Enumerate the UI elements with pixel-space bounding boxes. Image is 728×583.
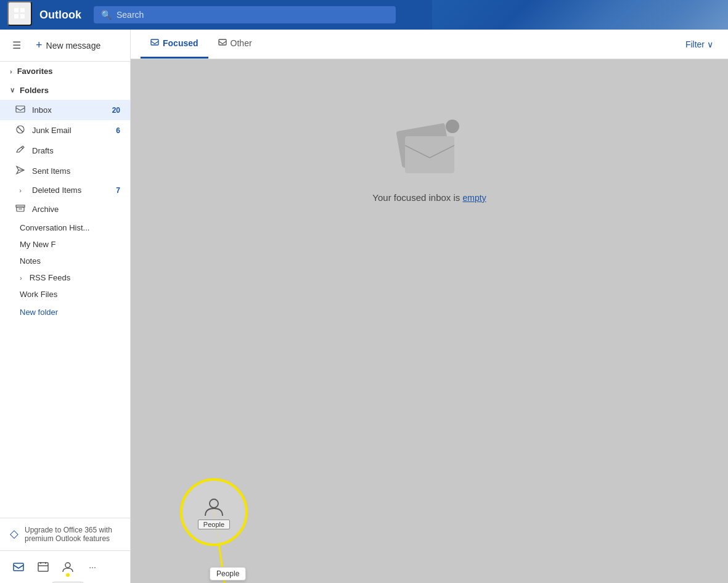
focused-tab-label: Focused	[163, 38, 198, 48]
people-large-icon	[203, 495, 225, 517]
tab-other[interactable]: Other	[208, 30, 262, 59]
topbar: Outlook 🔍	[0, 0, 728, 30]
new-message-label: New message	[46, 41, 101, 51]
svg-rect-2	[14, 14, 18, 18]
drafts-icon	[15, 145, 26, 157]
inbox-label: Inbox	[32, 105, 102, 115]
folder-sent[interactable]: Sent Items	[0, 161, 130, 181]
app-title: Outlook	[39, 9, 81, 22]
calendar-nav-button[interactable]	[32, 556, 54, 578]
tab-bar: Focused Other Filter ∨	[131, 30, 728, 59]
notes-label: Notes	[20, 256, 41, 266]
favorites-section[interactable]: › Favorites	[0, 62, 130, 81]
svg-rect-4	[16, 106, 25, 112]
hamburger-button[interactable]: ☰	[10, 37, 23, 54]
folders-chevron: ∨	[10, 86, 15, 94]
folder-rss-feeds[interactable]: › RSS Feeds	[0, 269, 130, 286]
filter-chevron-icon: ∨	[707, 39, 713, 49]
favorites-chevron: ›	[10, 68, 12, 75]
mail-envelope-front	[405, 136, 454, 173]
envelope-lines	[405, 136, 454, 173]
deleted-badge: 7	[108, 186, 120, 195]
more-icon: ···	[89, 562, 96, 572]
folder-archive[interactable]: Archive	[0, 199, 130, 219]
new-folder-link[interactable]: New folder	[0, 303, 130, 322]
folder-my-new-f[interactable]: My New F	[0, 236, 130, 253]
my-new-f-label: My New F	[20, 240, 56, 249]
inbox-icon	[15, 104, 26, 116]
folder-work-files[interactable]: Work Files	[0, 286, 130, 303]
svg-rect-1	[20, 8, 25, 12]
sent-icon	[15, 165, 26, 177]
search-input[interactable]	[117, 10, 388, 20]
archive-label: Archive	[32, 205, 120, 214]
new-message-button[interactable]: + New message	[31, 35, 105, 55]
inbox-badge: 20	[108, 106, 120, 115]
sent-label: Sent Items	[32, 166, 102, 176]
svg-rect-3	[20, 14, 25, 18]
empty-inbox-text: Your focused inbox is empty	[372, 192, 486, 203]
mail-dot	[446, 120, 459, 133]
svg-rect-13	[38, 563, 48, 571]
empty-inbox-link[interactable]: empty	[463, 193, 486, 203]
search-bar[interactable]: 🔍	[94, 6, 396, 23]
filter-label: Filter	[685, 39, 705, 49]
work-files-label: Work Files	[20, 290, 57, 299]
upgrade-text: Upgrade to Office 365 with premium Outlo…	[25, 526, 120, 543]
drafts-label: Drafts	[32, 146, 102, 155]
other-tab-label: Other	[231, 38, 252, 48]
people-overlay-label: People	[198, 520, 230, 529]
filter-button[interactable]: Filter ∨	[681, 37, 718, 52]
other-tab-icon	[218, 38, 227, 49]
archive-icon	[15, 203, 26, 215]
folders-section[interactable]: ∨ Folders	[0, 81, 130, 100]
svg-rect-0	[14, 8, 18, 12]
deleted-chevron-icon: ›	[15, 187, 26, 194]
empty-text-part: Your focused inbox is	[372, 192, 462, 203]
folder-drafts[interactable]: Drafts	[0, 141, 130, 161]
grid-icon[interactable]	[7, 1, 32, 26]
favorites-label: Favorites	[17, 67, 53, 76]
focused-tab-icon	[150, 38, 159, 49]
rss-chevron-icon: ›	[20, 274, 22, 282]
bottom-nav: People ···	[0, 550, 130, 583]
junk-icon	[15, 124, 26, 136]
folder-deleted[interactable]: › Deleted Items 7	[0, 181, 130, 199]
mail-illustration	[393, 108, 467, 182]
tab-focused[interactable]: Focused	[141, 30, 208, 59]
svg-line-6	[18, 127, 23, 132]
people-nav-container: People	[57, 556, 79, 578]
people-circle-overlay: People	[180, 478, 248, 546]
rss-feeds-label: RSS Feeds	[30, 273, 70, 282]
svg-rect-12	[14, 563, 23, 571]
more-nav-button[interactable]: ···	[81, 556, 104, 578]
svg-line-7	[22, 147, 23, 149]
main-content: Focused Other Filter ∨	[131, 30, 728, 583]
folders-label: Folders	[20, 86, 49, 95]
search-icon: 🔍	[101, 10, 112, 20]
folder-notes[interactable]: Notes	[0, 253, 130, 269]
folder-conv-hist[interactable]: Conversation Hist...	[0, 219, 130, 236]
conv-hist-label: Conversation Hist...	[20, 223, 89, 232]
toolbar: ☰ + New message	[0, 30, 130, 62]
folder-junk[interactable]: Junk Email 6	[0, 120, 130, 141]
people-active-dot	[66, 573, 70, 577]
svg-point-20	[210, 499, 218, 508]
deleted-label: Deleted Items	[32, 186, 102, 195]
people-nav-button[interactable]	[57, 556, 79, 578]
people-circle-inner: People	[198, 495, 230, 529]
svg-point-17	[65, 563, 70, 568]
inbox-empty-state: Your focused inbox is empty People Peopl…	[131, 59, 728, 583]
folder-inbox[interactable]: Inbox 20	[0, 100, 130, 120]
mail-nav-button[interactable]	[7, 556, 30, 578]
upgrade-section: ◇ Upgrade to Office 365 with premium Out…	[0, 518, 130, 550]
plus-icon: +	[36, 39, 43, 52]
junk-label: Junk Email	[32, 126, 102, 135]
layout: ☰ + New message › Favorites ∨ Folders	[0, 30, 728, 583]
sidebar: › Favorites ∨ Folders Inbox 20	[0, 62, 130, 518]
junk-badge: 6	[108, 126, 120, 135]
people-nav-tooltip: People	[210, 567, 246, 581]
diamond-icon: ◇	[10, 527, 18, 540]
